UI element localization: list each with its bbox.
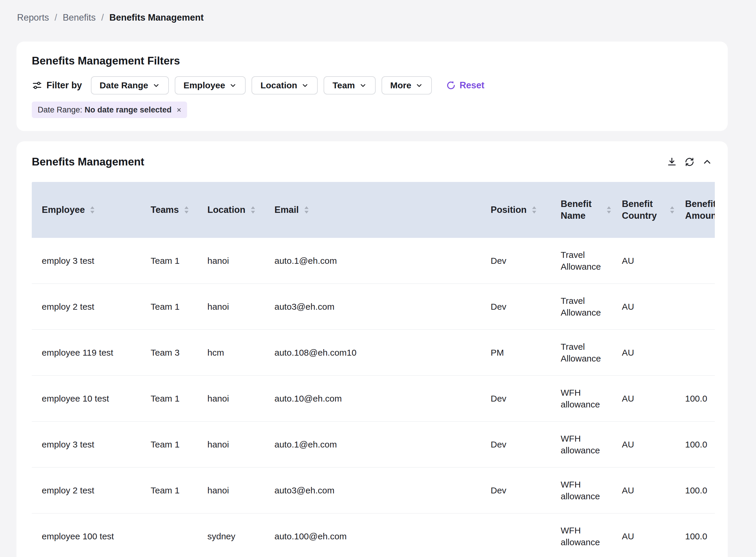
team-filter-label: Team	[333, 80, 355, 90]
chevron-down-icon	[415, 82, 423, 89]
reset-filters-button[interactable]: Reset	[446, 80, 484, 91]
breadcrumb: Reports / Benefits / Benefits Management	[17, 12, 756, 23]
column-label: Employee	[42, 204, 85, 216]
table-row[interactable]: employee 10 test Team 1 hanoi auto.10@eh…	[32, 376, 715, 421]
cell-benefit-name: Travel Allowance	[551, 249, 612, 273]
breadcrumb-benefits[interactable]: Benefits	[63, 12, 96, 23]
filter-by-label: Filter by	[46, 80, 82, 91]
column-label: Benefit Name	[561, 198, 601, 222]
date-range-filter-chip: Date Range: No date range selected	[32, 101, 187, 118]
column-header-email[interactable]: Email	[264, 204, 481, 216]
table-row[interactable]: employee 100 test sydney auto.100@eh.com…	[32, 514, 715, 557]
table-card-header: Benefits Management	[32, 154, 713, 170]
cell-benefit-country: AU	[612, 439, 675, 450]
cell-benefit-amount: 100.0	[675, 485, 715, 496]
cell-email: auto.10@eh.com	[264, 393, 481, 405]
column-label: Email	[275, 204, 299, 216]
table-row[interactable]: employ 2 test Team 1 hanoi auto3@eh.com …	[32, 468, 715, 514]
cell-position: Dev	[481, 255, 551, 267]
reset-label: Reset	[460, 80, 484, 91]
cell-teams: Team 1	[140, 255, 197, 267]
benefits-table[interactable]: Employee Teams Location Email Position B…	[32, 182, 715, 557]
cell-benefit-name: WFH allowance	[551, 525, 612, 548]
table-row[interactable]: employ 3 test Team 1 hanoi auto.1@eh.com…	[32, 421, 715, 468]
cell-email: auto3@eh.com	[264, 485, 481, 496]
cell-position: Dev	[481, 301, 551, 313]
cell-employee: employ 2 test	[32, 485, 140, 496]
column-header-employee[interactable]: Employee	[32, 204, 140, 216]
location-filter-button[interactable]: Location	[252, 76, 318, 94]
column-header-teams[interactable]: Teams	[140, 204, 197, 216]
cell-benefit-country: AU	[612, 301, 675, 313]
team-filter-button[interactable]: Team	[323, 76, 375, 94]
cell-location: hanoi	[197, 301, 264, 313]
table-row[interactable]: employ 3 test Team 1 hanoi auto.1@eh.com…	[32, 238, 715, 284]
chevron-down-icon	[301, 82, 309, 89]
cell-location: sydney	[197, 530, 264, 542]
refresh-icon[interactable]	[684, 157, 695, 167]
column-label: Benefit Country	[622, 198, 664, 222]
remove-filter-icon[interactable]	[176, 107, 182, 113]
filter-row: Filter by Date Range Employee Location T…	[32, 76, 713, 94]
cell-benefit-country: AU	[612, 347, 675, 358]
cell-position: Dev	[481, 439, 551, 450]
sort-icon	[669, 206, 675, 214]
table-row[interactable]: employee 119 test Team 3 hcm auto.108@eh…	[32, 330, 715, 376]
breadcrumb-separator: /	[55, 12, 57, 23]
cell-position: Dev	[481, 393, 551, 405]
cell-email: auto3@eh.com	[264, 301, 481, 313]
cell-email: auto.1@eh.com	[264, 439, 481, 450]
cell-location: hanoi	[197, 393, 264, 405]
cell-position: PM	[481, 347, 551, 358]
table-body: employ 3 test Team 1 hanoi auto.1@eh.com…	[32, 238, 715, 557]
table-card-title: Benefits Management	[32, 155, 144, 168]
cell-position: Dev	[481, 485, 551, 496]
column-header-benefit-country[interactable]: Benefit Country	[612, 198, 675, 222]
employee-filter-label: Employee	[184, 80, 225, 90]
cell-benefit-country: AU	[612, 393, 675, 405]
cell-benefit-amount: 100.0	[675, 439, 715, 450]
download-icon[interactable]	[667, 157, 677, 167]
chevron-down-icon	[152, 82, 160, 89]
cell-email: auto.108@eh.com10	[264, 347, 481, 358]
chevron-down-icon	[359, 82, 367, 89]
cell-teams: Team 3	[140, 347, 197, 358]
cell-teams: Team 1	[140, 301, 197, 313]
more-filters-button[interactable]: More	[381, 76, 432, 94]
chevron-down-icon	[229, 82, 237, 89]
cell-employee: employee 119 test	[32, 347, 140, 358]
cell-benefit-name: WFH allowance	[551, 433, 612, 456]
cell-email: auto.100@eh.com	[264, 530, 481, 542]
cell-benefit-name: WFH allowance	[551, 479, 612, 502]
filter-icon	[32, 80, 42, 91]
sort-icon	[531, 206, 537, 214]
breadcrumb-current-page: Benefits Management	[109, 12, 203, 23]
reset-icon	[446, 80, 456, 90]
cell-email: auto.1@eh.com	[264, 255, 481, 267]
collapse-icon[interactable]	[702, 157, 713, 167]
date-range-filter-button[interactable]: Date Range	[91, 76, 169, 94]
more-filters-label: More	[390, 80, 412, 90]
cell-benefit-country: AU	[612, 255, 675, 267]
cell-benefit-name: Travel Allowance	[551, 295, 612, 319]
cell-benefit-amount: 100.0	[675, 530, 715, 542]
cell-teams: Team 1	[140, 393, 197, 405]
employee-filter-button[interactable]: Employee	[175, 76, 246, 94]
date-range-filter-label: Date Range	[100, 80, 148, 90]
column-header-benefit-amount[interactable]: Benefit Amount	[675, 198, 715, 222]
breadcrumb-reports[interactable]: Reports	[17, 12, 49, 23]
sort-icon	[89, 206, 95, 214]
column-header-benefit-name[interactable]: Benefit Name	[551, 198, 612, 222]
cell-benefit-amount: 100.0	[675, 393, 715, 405]
cell-teams: Team 1	[140, 485, 197, 496]
table-header-row: Employee Teams Location Email Position B…	[32, 182, 715, 238]
column-header-position[interactable]: Position	[481, 204, 551, 216]
column-header-location[interactable]: Location	[197, 204, 264, 216]
sort-icon	[250, 206, 256, 214]
table-toolbar	[667, 157, 713, 167]
chip-label: Date Range:	[38, 106, 82, 115]
cell-benefit-name: Travel Allowance	[551, 341, 612, 364]
cell-benefit-name: WFH allowance	[551, 387, 612, 410]
cell-employee: employee 10 test	[32, 393, 140, 405]
table-row[interactable]: employ 2 test Team 1 hanoi auto3@eh.com …	[32, 284, 715, 330]
